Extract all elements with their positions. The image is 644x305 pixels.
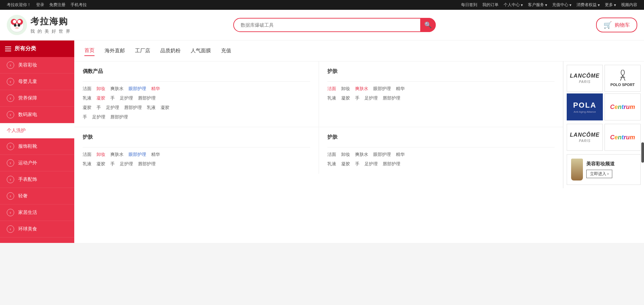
personal-center-dropdown[interactable]: 个人中心 ▾ [504, 2, 523, 8]
link-jing-hua[interactable]: 精华 [151, 86, 160, 92]
link-s4-jie-mian[interactable]: 洁面 [327, 151, 336, 158]
top-tabs: 首页 海外直邮 工厂店 品质奶粉 人气面膜 充值 [74, 40, 644, 61]
tab-factory[interactable]: 工厂店 [135, 46, 150, 56]
sidebar-item-fashion[interactable]: ♀ 服饰鞋靴 [0, 138, 74, 155]
product-brand-area: 偶数产品 洁面 卸妆 爽肤水 眼部护理 精华 [74, 61, 644, 188]
link-s4-ning-jiao[interactable]: 凝胶 [341, 161, 350, 167]
my-orders-link[interactable]: 我的订单 [482, 2, 499, 8]
tab-recharge[interactable]: 充值 [221, 46, 231, 56]
link-s4-ru-ye[interactable]: 乳液 [327, 161, 336, 167]
logo-area[interactable]: 考拉海购 我的美好世界 [7, 15, 73, 35]
link-r-shuang-fu-shui[interactable]: 爽肤水 [355, 86, 368, 92]
mobile-link[interactable]: 手机考拉 [71, 2, 87, 8]
logo-subtitle: 我的美好世界 [30, 28, 73, 34]
brand-centrum-2[interactable]: Centrum [605, 124, 641, 151]
link-s3-chun-bu[interactable]: 唇部护理 [138, 161, 156, 167]
link-r-jie-mian[interactable]: 洁面 [327, 86, 336, 92]
link-shou-3[interactable]: 手 [83, 114, 87, 120]
link-r-jing-hua[interactable]: 精华 [396, 86, 405, 92]
top-nav-left: 考拉欢迎你！ 登录 免费注册 手机考拉 [7, 2, 87, 8]
link-shou-2[interactable]: 手 [97, 105, 101, 111]
link-shou[interactable]: 手 [110, 95, 115, 101]
sidebar-item-digital[interactable]: ♀ 数码家电 [0, 107, 74, 123]
link-r-chun-bu[interactable]: 唇部护理 [383, 95, 400, 101]
sidebar-item-beauty[interactable]: ♀ 美容彩妆 [0, 57, 74, 74]
link-jie-mian[interactable]: 洁面 [83, 86, 91, 92]
link-s4-xie-zhuang[interactable]: 卸妆 [341, 151, 350, 158]
link-ru-ye[interactable]: 乳液 [83, 95, 91, 101]
link-s3-ning-jiao[interactable]: 凝胶 [97, 161, 105, 167]
sidebar-item-babycare[interactable]: ♀ 母婴儿童 [0, 74, 74, 90]
tab-milk[interactable]: 品质奶粉 [160, 46, 181, 56]
link-r-yan-bu[interactable]: 眼部护理 [373, 86, 391, 92]
link-zu-hu-li[interactable]: 足护理 [120, 95, 133, 101]
sidebar-item-nutrition[interactable]: ♀ 营养保障 [0, 90, 74, 107]
login-link[interactable]: 登录 [36, 2, 44, 8]
link-r-shou[interactable]: 手 [355, 95, 359, 101]
link-r-ning-jiao[interactable]: 凝胶 [341, 95, 350, 101]
link-s3-zu-hu-li[interactable]: 足护理 [120, 161, 133, 167]
link-xie-zhuang[interactable]: 卸妆 [97, 86, 105, 92]
scrollbar[interactable] [641, 142, 644, 163]
link-s3-xie-zhuang[interactable]: 卸妆 [97, 151, 105, 158]
link-s3-ru-ye[interactable]: 乳液 [83, 161, 91, 167]
svg-point-4 [18, 20, 21, 23]
link-ning-jiao[interactable]: 凝胶 [97, 95, 105, 101]
link-zu-hu-li-3[interactable]: 足护理 [92, 114, 105, 120]
sidebar-header[interactable]: 所有分类 [0, 40, 74, 57]
link-s3-jie-mian[interactable]: 洁面 [83, 151, 91, 158]
tab-overseas[interactable]: 海外直邮 [105, 46, 125, 56]
link-s4-yan-bu[interactable]: 眼部护理 [373, 151, 391, 158]
channel-promo[interactable]: 美容彩妆频道 立即进入 › [567, 154, 641, 185]
brand-lancome-2[interactable]: LANCÔME PARIS [567, 124, 603, 151]
link-s4-chun-bu[interactable]: 唇部护理 [383, 161, 400, 167]
register-link[interactable]: 免费注册 [49, 2, 65, 8]
link-ning-jiao-2[interactable]: 凝胶 [83, 105, 91, 111]
link-shuang-fu-shui[interactable]: 爽肤水 [110, 86, 124, 92]
product-link-row-r1: 洁面 卸妆 爽肤水 眼部护理 精华 [327, 86, 555, 92]
link-s3-jing-hua[interactable]: 精华 [151, 151, 160, 158]
brand-lancome-1[interactable]: LANCÔME PARIS [567, 65, 603, 92]
sidebar-item-watches[interactable]: ♀ 手表配饰 [0, 171, 74, 188]
link-s4-shou[interactable]: 手 [355, 161, 359, 167]
search-input[interactable] [233, 18, 436, 32]
link-s3-shou[interactable]: 手 [110, 161, 115, 167]
recharge-center-dropdown[interactable]: 充值中心 ▾ [552, 2, 571, 8]
link-zu-hu-li-2[interactable]: 足护理 [106, 105, 119, 111]
sidebar-item-label: 数码家电 [18, 112, 37, 118]
link-s4-zu-hu-li[interactable]: 足护理 [365, 161, 378, 167]
brand-pola[interactable]: POLA Anti Aging Alliance [567, 93, 603, 120]
promo-enter-button[interactable]: 立即进入 › [586, 170, 612, 178]
link-chun-bu-3[interactable]: 唇部护理 [110, 114, 128, 120]
link-ning-jiao-3[interactable]: 凝胶 [161, 105, 169, 111]
link-r-ru-ye[interactable]: 乳液 [327, 95, 336, 101]
search-button[interactable]: 🔍 [420, 18, 436, 32]
customer-service-dropdown[interactable]: 客户服务 ▾ [528, 2, 547, 8]
video-content-link[interactable]: 视频内容 [621, 2, 637, 8]
link-s3-yan-bu[interactable]: 眼部护理 [129, 151, 146, 158]
sidebar-item-label: 服饰鞋靴 [18, 143, 37, 149]
sidebar-item-personal[interactable]: 个人洗护 [0, 123, 74, 138]
sidebar-item-luxury[interactable]: ♀ 轻奢 [0, 188, 74, 204]
sidebar-item-home[interactable]: ♀ 家居生活 [0, 204, 74, 221]
sidebar-item-food[interactable]: ♀ 环球美食 [0, 221, 74, 238]
link-yan-bu[interactable]: 眼部护理 [129, 86, 146, 92]
brand-centrum-1[interactable]: Centrum [605, 93, 641, 120]
section-title-3: 护肤 [83, 134, 310, 143]
link-r-xie-zhuang[interactable]: 卸妆 [341, 86, 350, 92]
tab-mask[interactable]: 人气面膜 [191, 46, 211, 56]
link-r-zu-hu-li[interactable]: 足护理 [365, 95, 378, 101]
link-s4-jing-hua[interactable]: 精华 [396, 151, 405, 158]
sidebar-item-sports[interactable]: ♀ 运动户外 [0, 155, 74, 171]
cart-button[interactable]: 🛒 购物车 [596, 18, 637, 32]
link-s3-shuang-fu-shui[interactable]: 爽肤水 [110, 151, 124, 158]
more-dropdown[interactable]: 更多 ▾ [605, 2, 616, 8]
link-ru-ye-2[interactable]: 乳液 [147, 105, 156, 111]
daily-signin-link[interactable]: 每日签到 [461, 2, 477, 8]
link-chun-bu-2[interactable]: 唇部护理 [124, 105, 142, 111]
link-s4-shuang-fu-shui[interactable]: 爽肤水 [355, 151, 368, 158]
brand-polo-sport[interactable]: POLO SPORT [605, 65, 641, 92]
tab-home[interactable]: 首页 [84, 46, 95, 56]
consumer-rights-dropdown[interactable]: 消费者权益 ▾ [576, 2, 600, 8]
link-chun-bu[interactable]: 唇部护理 [138, 95, 156, 101]
